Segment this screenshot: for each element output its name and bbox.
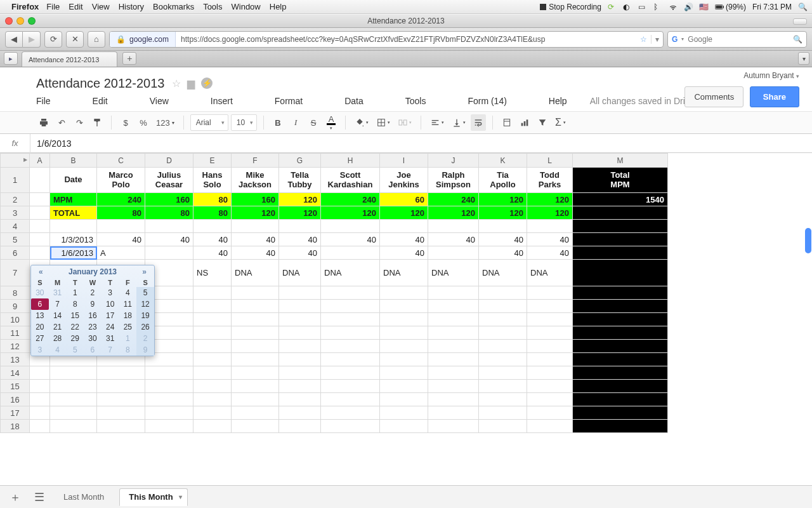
cell[interactable]	[321, 366, 380, 380]
calendar-day[interactable]: 16	[84, 310, 102, 321]
cell[interactable]: 1/3/2013	[50, 233, 97, 246]
cell[interactable]: 160	[232, 193, 279, 206]
col-head-E[interactable]: E	[193, 154, 232, 168]
account-menu[interactable]: Autumn Bryant ▾	[684, 71, 799, 80]
calendar-day[interactable]: 18	[119, 310, 137, 321]
col-head-A[interactable]: A	[30, 154, 50, 168]
calendar-day[interactable]: 4	[119, 287, 137, 298]
calendar-day[interactable]: 7	[102, 344, 119, 356]
header-cell[interactable]: TiaApollo	[479, 168, 527, 193]
cell[interactable]: 1540	[573, 193, 668, 206]
align-h-button[interactable]: ▾	[428, 114, 447, 131]
calendar-day[interactable]: 30	[31, 287, 49, 298]
browser-tab-active[interactable]: Attendance 2012-2013	[22, 51, 117, 67]
cell[interactable]	[279, 300, 321, 313]
cell[interactable]	[193, 406, 232, 420]
cell[interactable]	[30, 393, 50, 406]
calendar-day[interactable]: 30	[84, 333, 102, 344]
cell[interactable]	[232, 300, 279, 313]
cell[interactable]	[232, 313, 279, 326]
cell[interactable]	[232, 380, 279, 393]
cell[interactable]	[321, 406, 380, 420]
cell[interactable]	[30, 233, 50, 246]
cell[interactable]	[573, 260, 668, 286]
header-cell[interactable]: TellaTubby	[279, 168, 321, 193]
cell[interactable]	[279, 380, 321, 393]
cell[interactable]	[193, 300, 232, 313]
cell[interactable]: 80	[193, 193, 232, 206]
cell[interactable]: DNA	[380, 260, 428, 286]
cell[interactable]	[30, 246, 50, 260]
calendar-day[interactable]: 13	[31, 310, 49, 321]
cell[interactable]	[479, 220, 527, 233]
stop-recording-button[interactable]: Stop Recording	[540, 3, 601, 11]
calendar-day[interactable]: 31	[102, 333, 119, 344]
header-cell[interactable]: TotalMPM	[573, 168, 668, 193]
calendar-day[interactable]: 9	[136, 344, 154, 356]
row-head-1[interactable]: 1	[1, 168, 30, 193]
app-name[interactable]: Firefox	[11, 2, 39, 11]
mac-menu-help[interactable]: Help	[270, 2, 287, 11]
calendar-day[interactable]: 1	[66, 287, 84, 298]
col-head-J[interactable]: J	[428, 154, 479, 168]
col-head-H[interactable]: H	[321, 154, 380, 168]
folder-icon[interactable]: ▆	[187, 77, 195, 90]
cell[interactable]: 120	[479, 206, 527, 220]
cell[interactable]	[145, 393, 193, 406]
cell[interactable]: 40	[380, 233, 428, 246]
row-head-3[interactable]: 3	[1, 206, 30, 220]
cell[interactable]: 40	[193, 233, 232, 246]
cell[interactable]	[145, 420, 193, 433]
cell[interactable]	[573, 246, 668, 260]
cell[interactable]	[97, 220, 145, 233]
cell[interactable]	[527, 406, 573, 420]
calendar-next-button[interactable]: »	[140, 267, 149, 276]
new-tab-button[interactable]: +	[122, 52, 136, 65]
url-bar[interactable]: 🔒 google.com https://docs.google.com/spr…	[109, 31, 664, 48]
all-sheets-button[interactable]: ☰	[30, 488, 48, 506]
cell[interactable]	[321, 246, 380, 260]
cell[interactable]	[321, 393, 380, 406]
calendar-day[interactable]: 3	[102, 287, 119, 298]
cell[interactable]	[193, 393, 232, 406]
row-head-2[interactable]: 2	[1, 193, 30, 206]
cell[interactable]: 40	[321, 233, 380, 246]
header-cell[interactable]: ToddParks	[527, 168, 573, 193]
docs-menu-tools[interactable]: Tools	[405, 96, 426, 106]
col-head-G[interactable]: G	[279, 154, 321, 168]
activity-icon[interactable]: ⚡	[201, 77, 213, 89]
cell[interactable]	[232, 286, 279, 300]
cell[interactable]	[380, 366, 428, 380]
header-cell[interactable]	[30, 168, 50, 193]
stop-button[interactable]: ✕	[66, 31, 84, 48]
cell[interactable]	[193, 313, 232, 326]
cell[interactable]	[479, 393, 527, 406]
docs-menu-data[interactable]: Data	[344, 96, 363, 106]
insert-link-button[interactable]	[499, 114, 514, 131]
cell[interactable]	[573, 406, 668, 420]
docs-menu-insert[interactable]: Insert	[211, 96, 233, 106]
home-button[interactable]: ⌂	[88, 31, 105, 48]
cell[interactable]	[279, 353, 321, 366]
cell[interactable]	[279, 286, 321, 300]
cell[interactable]	[232, 406, 279, 420]
cell[interactable]	[527, 300, 573, 313]
cell[interactable]	[321, 353, 380, 366]
cell[interactable]	[279, 366, 321, 380]
cell[interactable]: A	[97, 246, 145, 260]
mac-menu-history[interactable]: History	[119, 2, 144, 11]
cell[interactable]	[527, 353, 573, 366]
row-head-7[interactable]: 7	[1, 260, 30, 286]
cell[interactable]: DNA	[479, 260, 527, 286]
cell[interactable]: 120	[380, 206, 428, 220]
cell[interactable]	[479, 420, 527, 433]
cell[interactable]	[145, 246, 193, 260]
print-button[interactable]	[36, 114, 51, 131]
cell[interactable]	[380, 313, 428, 326]
cell[interactable]: 120	[279, 206, 321, 220]
sheet-tab-last-month[interactable]: Last Month	[55, 488, 113, 506]
window-close-button[interactable]	[5, 17, 13, 25]
docs-menu-edit[interactable]: Edit	[93, 96, 108, 106]
cell[interactable]	[527, 326, 573, 340]
format-currency-button[interactable]: $	[118, 114, 133, 131]
